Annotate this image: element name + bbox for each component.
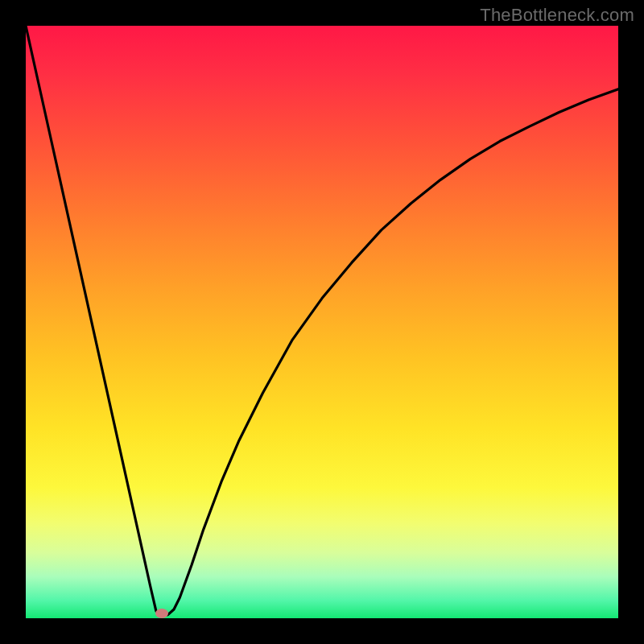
chart-frame: TheBottleneck.com <box>0 0 644 644</box>
bottleneck-curve <box>26 26 618 618</box>
watermark-label: TheBottleneck.com <box>480 5 634 26</box>
plot-area <box>26 26 618 618</box>
optimum-marker <box>155 609 168 618</box>
